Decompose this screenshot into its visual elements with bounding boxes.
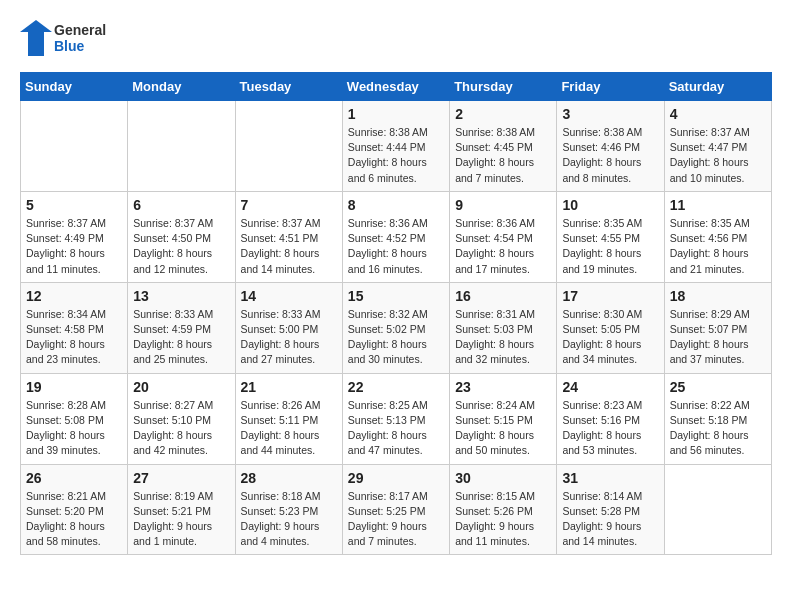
- day-info: Sunrise: 8:26 AM Sunset: 5:11 PM Dayligh…: [241, 398, 337, 459]
- day-number: 16: [455, 288, 551, 304]
- calendar-week-5: 26Sunrise: 8:21 AM Sunset: 5:20 PM Dayli…: [21, 464, 772, 555]
- day-number: 2: [455, 106, 551, 122]
- day-number: 10: [562, 197, 658, 213]
- day-info: Sunrise: 8:18 AM Sunset: 5:23 PM Dayligh…: [241, 489, 337, 550]
- calendar-cell: 28Sunrise: 8:18 AM Sunset: 5:23 PM Dayli…: [235, 464, 342, 555]
- day-info: Sunrise: 8:29 AM Sunset: 5:07 PM Dayligh…: [670, 307, 766, 368]
- day-number: 15: [348, 288, 444, 304]
- day-info: Sunrise: 8:37 AM Sunset: 4:47 PM Dayligh…: [670, 125, 766, 186]
- logo-arrow-icon: [20, 20, 52, 56]
- day-info: Sunrise: 8:33 AM Sunset: 4:59 PM Dayligh…: [133, 307, 229, 368]
- day-header-saturday: Saturday: [664, 73, 771, 101]
- day-number: 6: [133, 197, 229, 213]
- calendar-cell: 13Sunrise: 8:33 AM Sunset: 4:59 PM Dayli…: [128, 282, 235, 373]
- day-info: Sunrise: 8:32 AM Sunset: 5:02 PM Dayligh…: [348, 307, 444, 368]
- day-number: 31: [562, 470, 658, 486]
- calendar-cell: 23Sunrise: 8:24 AM Sunset: 5:15 PM Dayli…: [450, 373, 557, 464]
- day-info: Sunrise: 8:21 AM Sunset: 5:20 PM Dayligh…: [26, 489, 122, 550]
- day-info: Sunrise: 8:17 AM Sunset: 5:25 PM Dayligh…: [348, 489, 444, 550]
- day-header-sunday: Sunday: [21, 73, 128, 101]
- day-number: 9: [455, 197, 551, 213]
- day-number: 30: [455, 470, 551, 486]
- logo: General Blue: [20, 20, 106, 56]
- calendar-cell: [21, 101, 128, 192]
- day-number: 27: [133, 470, 229, 486]
- calendar-cell: 31Sunrise: 8:14 AM Sunset: 5:28 PM Dayli…: [557, 464, 664, 555]
- day-info: Sunrise: 8:34 AM Sunset: 4:58 PM Dayligh…: [26, 307, 122, 368]
- day-info: Sunrise: 8:36 AM Sunset: 4:54 PM Dayligh…: [455, 216, 551, 277]
- day-header-thursday: Thursday: [450, 73, 557, 101]
- day-header-monday: Monday: [128, 73, 235, 101]
- calendar-week-3: 12Sunrise: 8:34 AM Sunset: 4:58 PM Dayli…: [21, 282, 772, 373]
- calendar-cell: 16Sunrise: 8:31 AM Sunset: 5:03 PM Dayli…: [450, 282, 557, 373]
- day-info: Sunrise: 8:27 AM Sunset: 5:10 PM Dayligh…: [133, 398, 229, 459]
- day-number: 25: [670, 379, 766, 395]
- calendar-cell: 14Sunrise: 8:33 AM Sunset: 5:00 PM Dayli…: [235, 282, 342, 373]
- day-number: 28: [241, 470, 337, 486]
- day-info: Sunrise: 8:22 AM Sunset: 5:18 PM Dayligh…: [670, 398, 766, 459]
- day-header-tuesday: Tuesday: [235, 73, 342, 101]
- calendar-cell: 11Sunrise: 8:35 AM Sunset: 4:56 PM Dayli…: [664, 191, 771, 282]
- day-number: 5: [26, 197, 122, 213]
- day-info: Sunrise: 8:30 AM Sunset: 5:05 PM Dayligh…: [562, 307, 658, 368]
- day-info: Sunrise: 8:24 AM Sunset: 5:15 PM Dayligh…: [455, 398, 551, 459]
- calendar-cell: 25Sunrise: 8:22 AM Sunset: 5:18 PM Dayli…: [664, 373, 771, 464]
- day-number: 18: [670, 288, 766, 304]
- calendar-cell: 3Sunrise: 8:38 AM Sunset: 4:46 PM Daylig…: [557, 101, 664, 192]
- day-info: Sunrise: 8:38 AM Sunset: 4:45 PM Dayligh…: [455, 125, 551, 186]
- day-number: 21: [241, 379, 337, 395]
- day-number: 19: [26, 379, 122, 395]
- day-info: Sunrise: 8:38 AM Sunset: 4:46 PM Dayligh…: [562, 125, 658, 186]
- day-info: Sunrise: 8:31 AM Sunset: 5:03 PM Dayligh…: [455, 307, 551, 368]
- page-header: General Blue: [20, 20, 772, 56]
- calendar-cell: 8Sunrise: 8:36 AM Sunset: 4:52 PM Daylig…: [342, 191, 449, 282]
- day-info: Sunrise: 8:36 AM Sunset: 4:52 PM Dayligh…: [348, 216, 444, 277]
- day-info: Sunrise: 8:19 AM Sunset: 5:21 PM Dayligh…: [133, 489, 229, 550]
- calendar-cell: 10Sunrise: 8:35 AM Sunset: 4:55 PM Dayli…: [557, 191, 664, 282]
- day-number: 13: [133, 288, 229, 304]
- calendar-cell: 1Sunrise: 8:38 AM Sunset: 4:44 PM Daylig…: [342, 101, 449, 192]
- logo-general-text: General: [54, 22, 106, 38]
- logo-blue-text: Blue: [54, 38, 106, 54]
- day-number: 20: [133, 379, 229, 395]
- day-info: Sunrise: 8:28 AM Sunset: 5:08 PM Dayligh…: [26, 398, 122, 459]
- logo-container: General Blue: [20, 20, 106, 56]
- day-number: 24: [562, 379, 658, 395]
- day-number: 3: [562, 106, 658, 122]
- day-number: 29: [348, 470, 444, 486]
- day-number: 14: [241, 288, 337, 304]
- day-number: 12: [26, 288, 122, 304]
- day-number: 7: [241, 197, 337, 213]
- calendar-cell: 30Sunrise: 8:15 AM Sunset: 5:26 PM Dayli…: [450, 464, 557, 555]
- day-info: Sunrise: 8:35 AM Sunset: 4:55 PM Dayligh…: [562, 216, 658, 277]
- calendar-cell: 9Sunrise: 8:36 AM Sunset: 4:54 PM Daylig…: [450, 191, 557, 282]
- day-info: Sunrise: 8:38 AM Sunset: 4:44 PM Dayligh…: [348, 125, 444, 186]
- calendar-cell: 7Sunrise: 8:37 AM Sunset: 4:51 PM Daylig…: [235, 191, 342, 282]
- calendar-cell: 22Sunrise: 8:25 AM Sunset: 5:13 PM Dayli…: [342, 373, 449, 464]
- day-number: 17: [562, 288, 658, 304]
- day-number: 26: [26, 470, 122, 486]
- calendar-table: SundayMondayTuesdayWednesdayThursdayFrid…: [20, 72, 772, 555]
- day-info: Sunrise: 8:15 AM Sunset: 5:26 PM Dayligh…: [455, 489, 551, 550]
- calendar-cell: 27Sunrise: 8:19 AM Sunset: 5:21 PM Dayli…: [128, 464, 235, 555]
- calendar-cell: [128, 101, 235, 192]
- calendar-header-row: SundayMondayTuesdayWednesdayThursdayFrid…: [21, 73, 772, 101]
- calendar-cell: 26Sunrise: 8:21 AM Sunset: 5:20 PM Dayli…: [21, 464, 128, 555]
- day-info: Sunrise: 8:37 AM Sunset: 4:51 PM Dayligh…: [241, 216, 337, 277]
- calendar-cell: 15Sunrise: 8:32 AM Sunset: 5:02 PM Dayli…: [342, 282, 449, 373]
- calendar-cell: 29Sunrise: 8:17 AM Sunset: 5:25 PM Dayli…: [342, 464, 449, 555]
- calendar-cell: 18Sunrise: 8:29 AM Sunset: 5:07 PM Dayli…: [664, 282, 771, 373]
- calendar-cell: 5Sunrise: 8:37 AM Sunset: 4:49 PM Daylig…: [21, 191, 128, 282]
- day-header-friday: Friday: [557, 73, 664, 101]
- day-info: Sunrise: 8:37 AM Sunset: 4:50 PM Dayligh…: [133, 216, 229, 277]
- calendar-cell: 20Sunrise: 8:27 AM Sunset: 5:10 PM Dayli…: [128, 373, 235, 464]
- calendar-cell: 6Sunrise: 8:37 AM Sunset: 4:50 PM Daylig…: [128, 191, 235, 282]
- calendar-cell: [235, 101, 342, 192]
- calendar-week-2: 5Sunrise: 8:37 AM Sunset: 4:49 PM Daylig…: [21, 191, 772, 282]
- day-info: Sunrise: 8:35 AM Sunset: 4:56 PM Dayligh…: [670, 216, 766, 277]
- calendar-cell: 2Sunrise: 8:38 AM Sunset: 4:45 PM Daylig…: [450, 101, 557, 192]
- calendar-week-4: 19Sunrise: 8:28 AM Sunset: 5:08 PM Dayli…: [21, 373, 772, 464]
- day-info: Sunrise: 8:37 AM Sunset: 4:49 PM Dayligh…: [26, 216, 122, 277]
- day-info: Sunrise: 8:23 AM Sunset: 5:16 PM Dayligh…: [562, 398, 658, 459]
- calendar-cell: 24Sunrise: 8:23 AM Sunset: 5:16 PM Dayli…: [557, 373, 664, 464]
